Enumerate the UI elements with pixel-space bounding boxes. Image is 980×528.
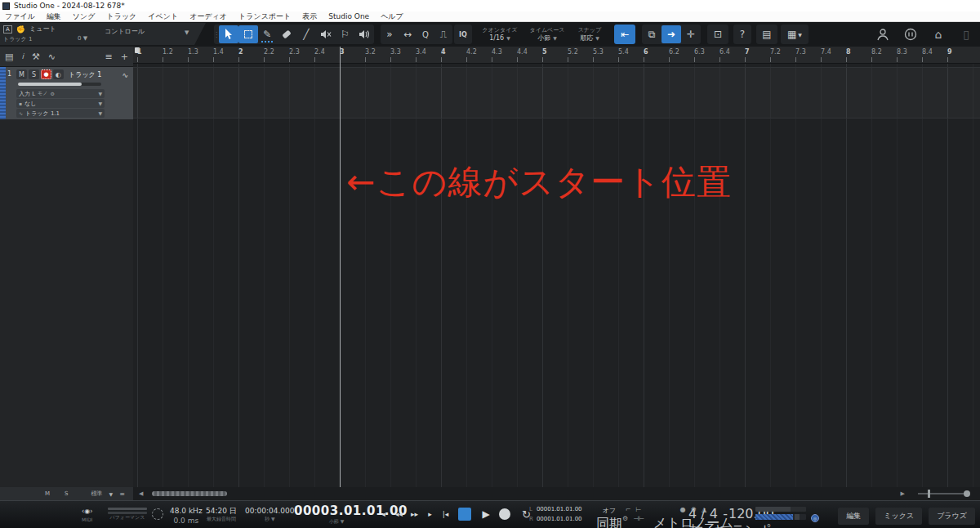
autoscroll-icon[interactable]: »: [381, 25, 399, 43]
channel-select[interactable]: ∿ トラック 1.1 ▼: [16, 109, 105, 118]
instrument-select[interactable]: ▪ なし ▼: [16, 99, 105, 108]
chevron-down-icon[interactable]: ▼: [109, 491, 114, 497]
mute-tool-button[interactable]: [316, 25, 336, 43]
monitor-button[interactable]: ◐: [53, 69, 64, 79]
menu-item[interactable]: 編集: [47, 11, 61, 22]
track-volume-slider[interactable]: [18, 83, 101, 86]
notes-page-icon[interactable]: ▯: [959, 27, 973, 42]
page-button[interactable]: ミックス: [875, 508, 922, 525]
tool-wrench-icon[interactable]: ⚒: [32, 51, 40, 62]
inspector-icon[interactable]: i: [21, 52, 24, 60]
add-track-button[interactable]: +: [121, 51, 128, 62]
track-color-strip[interactable]: [0, 67, 6, 119]
snap-select[interactable]: スナップ 順応▼: [570, 25, 609, 44]
home-icon[interactable]: ⌂: [931, 27, 946, 42]
timeline-ruler[interactable]: 11.21.31.422.22.32.433.23.33.444.24.34.4…: [133, 47, 980, 64]
main-time-display[interactable]: 00003.01.01.00 小節 ▼: [294, 504, 379, 526]
input-gear-icon[interactable]: ⚙: [50, 91, 54, 96]
record-arm-button[interactable]: ●: [41, 69, 51, 79]
zoom-slider[interactable]: [918, 493, 969, 494]
zoom-slider-handle[interactable]: [928, 490, 930, 498]
help-button[interactable]: ?: [733, 25, 751, 44]
track-lane[interactable]: [133, 67, 980, 119]
view-layout-button[interactable]: ▦ ▼: [781, 25, 808, 44]
eraser-tool-button[interactable]: [277, 25, 296, 43]
automation-mode-label[interactable]: ミュート: [29, 25, 56, 34]
prev-bar-button[interactable]: ◂: [377, 508, 390, 521]
ruler-tick: 2.4: [314, 48, 325, 56]
menu-item[interactable]: トラック: [106, 11, 136, 22]
menu-item[interactable]: ヘルプ: [381, 11, 403, 22]
crosshair-icon[interactable]: ✛: [681, 25, 701, 43]
menu-item[interactable]: トランスポート: [238, 11, 291, 22]
paint-tool-button[interactable]: ✎: [258, 25, 278, 43]
record-button[interactable]: [499, 508, 510, 520]
menu-item[interactable]: ファイル: [5, 11, 35, 22]
track-header[interactable]: 1 M S ● ◐ トラック 1 ∿ 入力 L モノ ⚙ ▼ ▪: [0, 67, 133, 119]
forward-button[interactable]: ▸▸: [408, 508, 421, 521]
rewind-button[interactable]: ◂◂: [393, 508, 405, 521]
performance-meter[interactable]: パフォーマンス: [108, 508, 147, 521]
menu-item[interactable]: オーディオ: [189, 11, 227, 22]
range-tool-button[interactable]: [238, 25, 258, 43]
precount-controls[interactable]: ⌐⊢ ⚙⊣⊢: [622, 506, 644, 523]
zoom-fit-button[interactable]: [964, 490, 970, 497]
horizontal-scrollbar-thumb[interactable]: [152, 491, 227, 496]
macro-icon[interactable]: ⎍: [434, 25, 452, 43]
secondary-time-display[interactable]: 00:00:04.000 秒 ▼: [245, 506, 294, 522]
transport-buttons: ◂ ◂◂ ▸▸ ▸ |◂ ▶ ↻: [377, 506, 531, 522]
arrow-tool-button[interactable]: [219, 25, 238, 43]
quantize-select[interactable]: クオンタイズ 1/16▼: [477, 25, 523, 44]
loop-range-display[interactable]: L R 00001.01.01.00 00001.01.01.00: [529, 505, 582, 523]
editor-settings-button[interactable]: ⊡: [707, 25, 728, 44]
user-profile-icon[interactable]: [875, 27, 890, 42]
track-size-select[interactable]: 標準: [91, 490, 103, 498]
bend-tool-button[interactable]: ⚐: [336, 25, 355, 43]
listen-tool-button[interactable]: [354, 25, 374, 43]
global-solo-button[interactable]: S: [65, 490, 68, 497]
global-mute-button[interactable]: M: [45, 490, 50, 497]
listen-bus-icon[interactable]: ◎: [811, 514, 819, 522]
menu-item[interactable]: 表示: [302, 11, 317, 22]
track-overlap-icon[interactable]: ⧉: [642, 25, 662, 43]
cursor-follow-icon[interactable]: ➜: [662, 25, 681, 43]
automation-strip[interactable]: A ✊ ミュート トラック 1 0 ▼ コントロール ▼: [0, 23, 206, 45]
return-to-start-button[interactable]: |◂: [439, 508, 452, 521]
snap-toggle-button[interactable]: ⇤: [614, 25, 635, 44]
timestretch-icon[interactable]: ↔: [399, 25, 416, 43]
page-button[interactable]: 編集: [838, 508, 869, 525]
scroll-left-arrow[interactable]: ◀: [139, 490, 143, 497]
input-select[interactable]: 入力 L モノ ⚙ ▼: [16, 89, 105, 98]
automation-wave-icon[interactable]: ∿: [48, 51, 56, 62]
ruler-tick: 5.4: [618, 48, 629, 56]
sync-control[interactable]: オフ 同期: [596, 506, 622, 528]
track-list-icon[interactable]: ▤: [5, 51, 13, 62]
next-bar-button[interactable]: ▸: [424, 508, 436, 521]
ruler-tick: 8.2: [871, 48, 882, 56]
quantize-icon[interactable]: Q: [416, 25, 434, 43]
menu-item[interactable]: イベント: [148, 11, 178, 22]
ruler-tick: 6.2: [669, 48, 679, 56]
iq-button[interactable]: IQ: [454, 25, 472, 44]
video-window-button[interactable]: ▤: [756, 25, 777, 44]
global-track-controls: M S 標準 ▼ ≡: [0, 487, 133, 500]
scroll-right-arrow[interactable]: ▶: [901, 490, 905, 497]
timebase-select[interactable]: タイムベース 小節▼: [524, 25, 570, 44]
control-link-label[interactable]: コントロール: [105, 27, 145, 36]
menu-item[interactable]: ソング: [73, 11, 96, 22]
track-options-icon[interactable]: ≡: [105, 51, 113, 62]
cloud-sync-icon[interactable]: [903, 27, 918, 42]
playhead-line[interactable]: [340, 47, 341, 487]
control-dropdown-caret[interactable]: ▼: [185, 29, 189, 36]
arrange-area[interactable]: [133, 64, 980, 487]
split-tool-button[interactable]: ╱: [296, 25, 316, 43]
stop-button[interactable]: [458, 508, 471, 521]
menu-item[interactable]: Studio One: [328, 12, 369, 20]
mute-button[interactable]: M: [16, 69, 27, 79]
track-height-icon[interactable]: ≡: [119, 490, 125, 498]
play-button[interactable]: ▶: [478, 506, 494, 522]
track-name[interactable]: トラック 1: [69, 70, 101, 79]
page-button[interactable]: ブラウズ: [929, 508, 975, 525]
solo-button[interactable]: S: [29, 69, 39, 79]
automation-value[interactable]: 0 ▼: [78, 35, 87, 42]
